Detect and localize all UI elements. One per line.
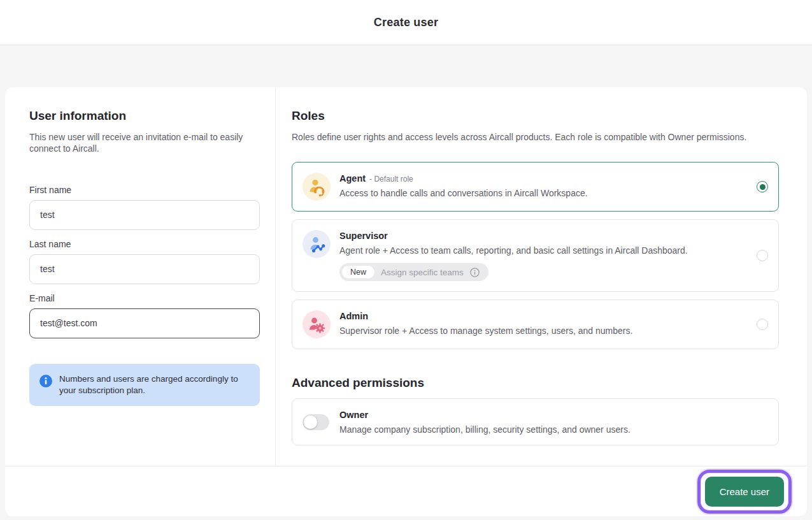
role-supervisor-radio[interactable] [757,250,768,261]
user-information-heading: User information [29,109,260,123]
supervisor-network-icon [303,230,331,258]
page-title: Create user [374,16,438,29]
billing-info-note: Numbers and users are charged accordingl… [29,364,260,406]
role-admin-title: Admin [339,311,368,321]
last-name-field-group: Last name [29,239,260,284]
page-header: Create user [0,0,812,45]
role-supervisor-title: Supervisor [339,231,388,241]
create-user-card: User information This new user will rece… [5,87,807,516]
role-card-agent[interactable]: Agent - Default role Access to handle ca… [292,162,779,212]
role-supervisor-description: Agent role + Access to team calls, repor… [339,245,748,256]
role-admin-radio[interactable] [757,319,768,330]
role-card-admin[interactable]: Admin Supervisor role + Access to manage… [292,300,779,349]
role-card-supervisor[interactable]: Supervisor Agent role + Access to team c… [292,219,779,292]
form-footer: Create user [5,466,807,516]
role-agent-title: Agent [339,173,366,184]
click-annotation-ring: Create user [697,470,792,514]
owner-description: Manage company subscription, billing, se… [339,424,768,435]
email-field-group: E-mail [29,293,260,338]
last-name-input[interactable] [29,254,260,284]
role-agent-default-tag: - Default role [369,175,413,184]
owner-title: Owner [339,410,368,420]
agent-headset-icon [303,173,331,201]
owner-toggle[interactable] [303,414,329,430]
create-user-button[interactable]: Create user [705,477,784,507]
assign-specific-teams-pill[interactable]: New Assign specific teams [339,263,488,281]
user-information-section: User information This new user will rece… [5,87,276,466]
user-information-description: This new user will receive an invitation… [29,131,260,155]
role-agent-radio[interactable] [757,181,768,192]
role-supervisor-text: Supervisor Agent role + Access to team c… [339,230,748,281]
info-icon [39,375,52,390]
role-agent-description: Access to handle calls and conversations… [339,188,748,198]
advanced-permissions-heading: Advanced permissions [292,376,779,390]
first-name-input[interactable] [29,200,260,230]
last-name-label: Last name [29,239,260,249]
email-label: E-mail [29,293,260,303]
first-name-label: First name [29,185,260,195]
role-admin-text: Admin Supervisor role + Access to manage… [339,310,748,336]
email-input[interactable] [29,308,260,338]
teams-info-icon[interactable] [470,268,480,277]
owner-text: Owner Manage company subscription, billi… [339,409,768,435]
role-admin-description: Supervisor role + Access to manage syste… [339,326,748,336]
billing-info-text: Numbers and users are charged accordingl… [59,373,250,396]
card-body: User information This new user will rece… [5,87,807,466]
new-badge: New [342,266,374,278]
owner-permission-card: Owner Manage company subscription, billi… [292,398,779,445]
roles-section: Roles Roles define user rights and acces… [276,87,807,466]
assign-specific-teams-label: Assign specific teams [381,268,464,277]
admin-gear-icon [303,310,331,338]
owner-toggle-knob [304,415,317,429]
first-name-field-group: First name [29,185,260,230]
role-agent-text: Agent - Default role Access to handle ca… [339,173,748,198]
roles-heading: Roles [292,109,779,123]
roles-description: Roles define user rights and access leve… [292,131,779,143]
